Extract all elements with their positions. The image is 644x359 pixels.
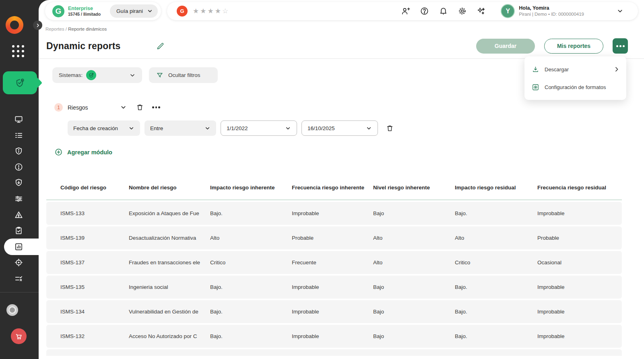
cart-button[interactable] [11,328,27,344]
shield-down-icon[interactable] [10,177,27,188]
breadcrumb: Reportes / Reporte dinámicos [45,27,107,31]
systems-dropdown[interactable]: Sistemas: [52,67,142,83]
my-reports-button[interactable]: Mis reportes [544,39,603,54]
module-more-icon[interactable] [152,106,160,108]
cell-frequency-inherent: Improbable [292,333,373,339]
column-header[interactable]: Impacto riesgo inherente [210,185,292,191]
more-options-button[interactable] [613,38,628,54]
breadcrumb-current: Reporte dinámicos [68,27,107,31]
chevron-down-icon [204,125,211,131]
avatar: Y [501,4,515,18]
table-body: ISMS-133 Exposición a Ataques de Fue Baj… [46,202,622,348]
chevron-down-icon [285,125,291,131]
module-chevron-icon[interactable] [120,104,127,111]
column-header[interactable]: Impacto riesgo residual [455,185,537,191]
user-chip[interactable]: Y Hola, Yomira Pirani | Demo • ID: 00000… [501,4,584,18]
hide-filters-button[interactable]: Ocultar filtros [149,67,218,83]
column-header[interactable]: Frecuencia riesgo inherente [292,185,373,191]
table-row[interactable]: ISMS-133 Exposición a Ataques de Fue Baj… [46,202,622,225]
star-rating[interactable]: ★★★★☆ [193,7,229,15]
cell-risk-code: ISMS-132 [46,333,129,339]
date-to-select[interactable]: 16/10/2025 [301,120,378,136]
cell-frequency-inherent: Improbable [292,309,373,315]
notifications-icon[interactable] [438,6,448,16]
date-from-select[interactable]: 1/1/2022 [221,120,297,136]
apps-grid-icon[interactable] [12,45,25,58]
condition-delete-icon[interactable] [386,125,394,132]
pirani-logo: G [52,5,64,17]
cell-impact-inherent: Alto [210,235,292,241]
table-row[interactable]: ISMS-135 Ingenieria social Bajo. Improba… [46,276,622,299]
menu-item-download[interactable]: Descargar [524,60,626,78]
guide-button[interactable]: Guía pirani [110,4,158,18]
cell-impact-residual: Bajo. [455,333,537,339]
cell-risk-name: Vulnerabilidad en Gestión de [129,309,210,315]
add-module-button[interactable]: Agregar módulo [54,148,112,156]
target-icon[interactable] [10,257,27,268]
help-icon[interactable] [419,6,429,16]
cell-frequency-residual: Improbable [537,309,622,315]
module-delete-icon[interactable] [136,104,144,111]
table-header-row: Código del riesgo Nombre del riesgo Impa… [46,174,622,200]
bar-chart-icon[interactable] [10,241,27,252]
filter-conditions-row: Fecha de creación Entre 1/1/2022 16/10/2… [68,120,394,136]
operator-select-value: Entre [150,125,163,131]
sidebar-active-module-shield[interactable] [3,71,37,94]
sliders-icon[interactable] [10,193,27,204]
cell-frequency-residual: Ocasional [537,259,622,266]
operator-select[interactable]: Entre [144,120,216,136]
chevron-down-icon [366,125,372,131]
cell-level-inherent: Bajo [373,309,455,315]
save-button[interactable]: Guardar [476,39,535,54]
plan-usage: 15745 / Ilimitado [68,12,101,17]
column-header[interactable]: Código del riesgo [46,185,129,191]
cell-risk-code: ISMS-137 [46,259,129,266]
sidebar-expand-button[interactable] [33,21,42,30]
menu-item-format-settings[interactable]: Configuración de formatos [524,78,626,96]
field-select[interactable]: Fecha de creación [68,120,140,136]
table-row[interactable]: ISMS-137 Fraudes en transacciones ele Cr… [46,251,622,274]
user-menu-chevron-icon[interactable] [617,8,623,15]
hazard-icon[interactable] [10,210,27,220]
shield-info-icon[interactable] [10,146,27,156]
module-name: Riesgos [68,104,120,111]
cell-frequency-inherent: Improbable [292,284,373,290]
table-row[interactable]: ISMS-132 Acceso No Autorizado por C Bajo… [46,325,622,348]
cell-impact-inherent: Bajo. [210,284,292,290]
monitor-icon[interactable] [10,114,27,125]
cell-risk-name: Exposición a Ataques de Fue [129,210,210,216]
list-icon[interactable] [10,130,27,141]
sparkles-icon[interactable] [476,6,486,16]
edit-title-icon[interactable] [156,42,165,50]
cell-frequency-inherent: Probable [292,235,373,241]
alert-circle-icon[interactable] [10,162,27,172]
stars-empty: ☆ [222,7,229,15]
cell-impact-residual: Bajo. [455,284,537,290]
cell-risk-name: Desactualización Normativa [129,235,210,241]
hide-filters-label: Ocultar filtros [168,72,200,78]
add-user-icon[interactable] [400,6,410,16]
table-row[interactable]: ISMS-139 Desactualización Normativa Alto… [46,226,622,249]
secondary-logo[interactable] [6,304,18,316]
more-options-menu: Descargar Configuración de formatos [524,56,626,100]
column-header[interactable]: Frecuencia riesgo residual [537,185,622,191]
column-header[interactable]: Nivel riesgo inherente [373,185,455,191]
settings-icon[interactable] [457,6,467,16]
filter-funnel-icon [156,72,163,79]
column-header[interactable]: Nombre del riesgo [129,185,210,191]
topbar-right-card: G ★★★★☆ [167,2,638,20]
breadcrumb-parent[interactable]: Reportes [45,27,64,31]
clipboard-check-icon[interactable] [10,225,27,236]
cell-impact-inherent: Critico [210,259,292,266]
add-module-label: Agregar módulo [67,149,112,156]
shield-check-icon [14,77,26,89]
cell-impact-residual: Bajo. [455,309,537,315]
user-greeting: Hola, Yomira [519,5,584,12]
table-row[interactable]: ISMS-134 Vulnerabilidad en Gestión de Ba… [46,300,622,323]
app-window: G Enterprise 15745 / Ilimitado Guía pira… [0,0,644,359]
checklist-icon[interactable] [10,273,27,284]
download-icon [532,66,539,73]
format-settings-icon [532,83,539,91]
table-row-partial [46,349,622,356]
chevron-down-icon [129,72,136,79]
